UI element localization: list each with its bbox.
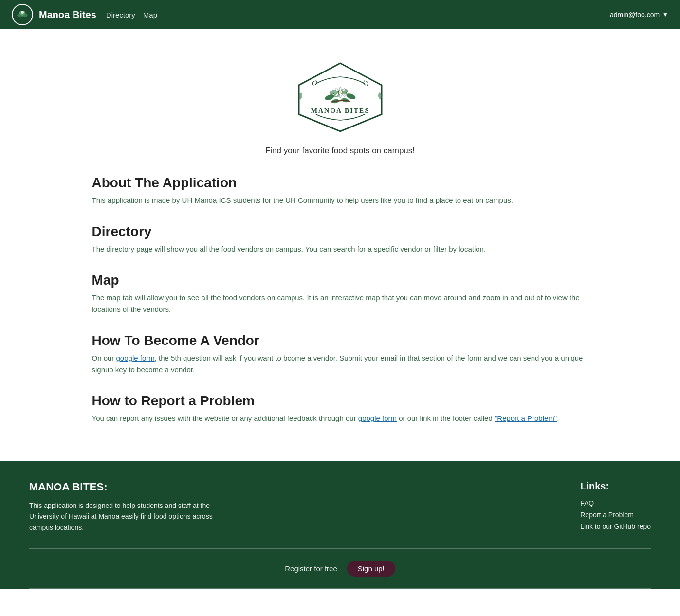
- vendor-text: On our google form, the 5th question wil…: [92, 352, 588, 376]
- report-section: How to Report a Problem You can report a…: [92, 393, 588, 424]
- footer-link-item-report: Report a Problem: [580, 510, 651, 519]
- map-text: The map tab will allow you to see all th…: [92, 292, 588, 315]
- footer-bottom-divider: [29, 588, 651, 589]
- report-problem-link[interactable]: "Report a Problem": [495, 414, 557, 422]
- footer-bottom: Register for free Sign up!: [29, 549, 651, 588]
- navbar-link-map[interactable]: Map: [143, 11, 157, 19]
- about-text: This application is made by UH Manoa ICS…: [92, 195, 588, 206]
- navbar-link-directory[interactable]: Directory: [106, 11, 135, 19]
- vendor-heading: How To Become A Vendor: [92, 333, 588, 348]
- svg-text:MANOA BITES: MANOA BITES: [311, 107, 369, 114]
- directory-section: Directory The directory page will show y…: [92, 224, 588, 255]
- footer-right: Links: FAQ Report a Problem Link to our …: [580, 481, 651, 534]
- directory-heading: Directory: [92, 224, 588, 239]
- chevron-down-icon: ▼: [662, 11, 668, 18]
- main-content: MANOA BITES Find your favorite food spot…: [73, 29, 608, 461]
- footer: MANOA BITES: This application is designe…: [0, 461, 680, 589]
- map-heading: Map: [92, 272, 588, 288]
- hero-logo: MANOA BITES: [287, 58, 394, 136]
- directory-text: The directory page will show you all the…: [92, 243, 588, 255]
- report-text: You can report any issues with the websi…: [92, 413, 588, 424]
- svg-point-18: [339, 94, 341, 98]
- navbar: Manoa Bites Directory Map admin@foo.com …: [0, 0, 680, 29]
- navbar-brand: Manoa Bites: [12, 4, 96, 25]
- footer-report-link[interactable]: Report a Problem: [580, 511, 634, 519]
- vendor-section: How To Become A Vendor On our google for…: [92, 333, 588, 376]
- about-section: About The Application This application i…: [92, 175, 588, 206]
- report-google-form-link[interactable]: google form: [358, 414, 397, 422]
- hero-section: MANOA BITES Find your favorite food spot…: [92, 58, 588, 156]
- footer-brand-name: MANOA BITES:: [29, 481, 224, 493]
- hero-logo-svg: MANOA BITES: [287, 58, 394, 136]
- signup-button[interactable]: Sign up!: [347, 561, 395, 577]
- footer-links-list: FAQ Report a Problem Link to our GitHub …: [580, 499, 651, 531]
- footer-description: This application is designed to help stu…: [29, 500, 224, 533]
- report-text-after: .: [557, 414, 559, 422]
- svg-point-3: [21, 11, 24, 14]
- hero-tagline: Find your favorite food spots on campus!: [92, 146, 588, 156]
- svg-point-15: [339, 87, 341, 91]
- navbar-right: admin@foo.com ▼: [610, 11, 668, 18]
- report-text-before: You can report any issues with the websi…: [92, 414, 358, 422]
- navbar-links: Directory Map: [106, 11, 157, 19]
- navbar-user-email[interactable]: admin@foo.com: [610, 11, 660, 18]
- svg-point-10: [339, 91, 341, 93]
- navbar-logo-icon: [12, 4, 33, 25]
- footer-link-item-github: Link to our GitHub repo: [580, 522, 651, 531]
- footer-left: MANOA BITES: This application is designe…: [29, 481, 224, 534]
- footer-register-text: Register for free: [285, 564, 337, 573]
- report-heading: How to Report a Problem: [92, 393, 588, 409]
- logo-svg: [13, 5, 32, 24]
- navbar-left: Manoa Bites Directory Map: [12, 4, 157, 25]
- footer-top: MANOA BITES: This application is designe…: [29, 481, 651, 548]
- vendor-text-before: On our: [92, 354, 116, 362]
- footer-link-item-faq: FAQ: [580, 499, 651, 507]
- vendor-google-form-link[interactable]: google form: [116, 354, 155, 362]
- footer-github-link[interactable]: Link to our GitHub repo: [580, 523, 651, 530]
- about-heading: About The Application: [92, 175, 588, 191]
- footer-faq-link[interactable]: FAQ: [580, 499, 594, 507]
- vendor-text-after: , the 5th question will ask if you want …: [92, 354, 583, 374]
- footer-links-heading: Links:: [580, 481, 651, 492]
- report-text-middle: or our link in the footer called: [397, 414, 495, 422]
- navbar-brand-name: Manoa Bites: [39, 9, 96, 20]
- map-section: Map The map tab will allow you to see al…: [92, 272, 588, 315]
